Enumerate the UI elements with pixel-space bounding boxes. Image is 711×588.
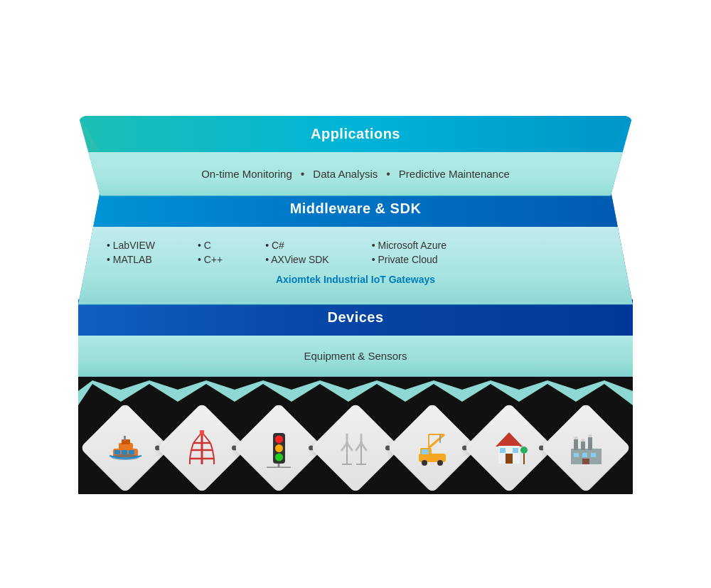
- svg-rect-60: [588, 437, 592, 449]
- applications-title: Applications: [311, 126, 400, 141]
- icon-tower-wrapper: [170, 416, 234, 480]
- devices-title: Devices: [327, 309, 383, 325]
- devices-body-text: Equipment & Sensors: [304, 350, 407, 362]
- middleware-content: • LabVIEW • MATLAB • C • C++ • C# • AXVi…: [107, 240, 604, 265]
- wave-black-band: [78, 377, 633, 494]
- svg-point-62: [581, 438, 585, 441]
- mw-item-1b: • MATLAB: [107, 254, 155, 265]
- wave-svg: [78, 377, 633, 405]
- middleware-col-4: • Microsoft Azure • Private Cloud: [372, 240, 447, 265]
- diagram-container: Applications On-time Monitoring • Data A…: [78, 95, 633, 494]
- mw-item-3a: • C#: [265, 240, 328, 251]
- svg-rect-54: [513, 447, 518, 452]
- svg-rect-52: [506, 453, 513, 463]
- icon-wind-wrapper: [324, 416, 387, 480]
- svg-line-18: [190, 449, 191, 458]
- svg-rect-65: [582, 452, 587, 456]
- factory-icon: [563, 425, 609, 471]
- svg-marker-50: [496, 432, 523, 446]
- mw-item-2a: • C: [198, 240, 223, 251]
- svg-rect-64: [574, 452, 579, 456]
- svg-point-55: [520, 446, 528, 453]
- svg-rect-43: [422, 449, 429, 454]
- crane-icon: [410, 425, 455, 471]
- svg-rect-58: [574, 439, 578, 449]
- icons-row: [78, 412, 633, 494]
- tower-icon: [179, 425, 225, 471]
- icon-ship-wrapper: [93, 416, 157, 480]
- mw-item-4a: • Microsoft Azure: [372, 240, 447, 251]
- middleware-col-1: • LabVIEW • MATLAB: [107, 240, 155, 265]
- svg-line-19: [213, 449, 214, 458]
- app-item-2: Data Analysis: [313, 168, 378, 180]
- svg-line-38: [361, 442, 366, 449]
- svg-rect-66: [591, 452, 596, 456]
- app-item-3: Predictive Maintenance: [399, 168, 510, 180]
- applications-items: On-time Monitoring • Data Analysis • Pre…: [107, 168, 604, 181]
- svg-rect-67: [582, 458, 589, 464]
- svg-line-17: [210, 442, 213, 449]
- svg-line-16: [191, 442, 193, 449]
- ship-icon: [102, 425, 148, 471]
- svg-rect-59: [581, 441, 585, 449]
- icon-crane-wrapper: [400, 416, 464, 480]
- svg-line-33: [347, 442, 352, 449]
- svg-point-63: [588, 434, 592, 437]
- svg-rect-20: [200, 429, 204, 434]
- gateway-label: Axiomtek Industrial IoT Gateways: [107, 274, 604, 285]
- middleware-col-3: • C# • AXView SDK: [265, 240, 328, 265]
- svg-rect-6: [114, 449, 120, 454]
- dot-1: •: [301, 168, 305, 181]
- mw-item-4b: • Private Cloud: [372, 254, 447, 265]
- middleware-layer: Middleware & SDK • LabVIEW • MATLAB • C …: [78, 191, 633, 305]
- devices-layer: Devices Equipment & Sensors: [78, 299, 633, 377]
- house-icon: [486, 425, 532, 471]
- devices-body: Equipment & Sensors: [78, 336, 633, 377]
- middleware-body: • LabVIEW • MATLAB • C • C++ • C# • AXVi…: [78, 227, 633, 305]
- icon-house-wrapper: [477, 416, 541, 480]
- traffic-light-icon: [256, 425, 301, 471]
- middleware-col-2: • C • C++: [198, 240, 223, 265]
- middleware-outer: Middleware & SDK • LabVIEW • MATLAB • C …: [78, 191, 633, 305]
- middleware-title: Middleware & SDK: [290, 201, 422, 216]
- svg-rect-8: [129, 449, 134, 454]
- applications-layer: Applications On-time Monitoring • Data A…: [78, 116, 633, 196]
- icon-traffic-wrapper: [247, 416, 311, 480]
- icon-factory-wrapper: [554, 416, 618, 480]
- svg-rect-53: [500, 447, 506, 452]
- svg-line-44: [429, 434, 444, 447]
- wind-turbine-icon: [333, 425, 378, 471]
- applications-body: On-time Monitoring • Data Analysis • Pre…: [78, 152, 633, 196]
- devices-outer: Devices Equipment & Sensors: [78, 299, 633, 377]
- dot-2: •: [386, 168, 390, 181]
- svg-rect-5: [124, 435, 126, 440]
- app-item-1: On-time Monitoring: [201, 168, 292, 180]
- applications-header: Applications: [78, 116, 633, 152]
- icon-factory-diamond: [540, 402, 631, 493]
- mw-item-1a: • LabVIEW: [107, 240, 155, 251]
- mw-item-2b: • C++: [198, 254, 223, 265]
- svg-point-61: [574, 436, 578, 439]
- mw-item-3b: • AXView SDK: [265, 254, 328, 265]
- svg-rect-7: [122, 449, 127, 454]
